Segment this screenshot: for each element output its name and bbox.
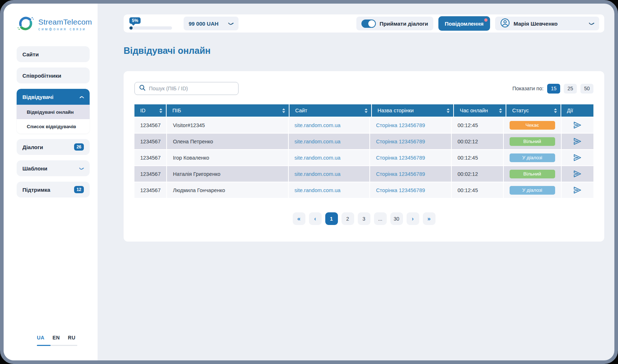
cell-page: Сторінка 123456789 — [370, 117, 451, 133]
cell-site: site.random.com.ua — [289, 117, 370, 133]
sort-icon — [447, 108, 450, 113]
sidebar-item-label: Сайти — [22, 51, 39, 57]
sidebar-item-label: Підтримка — [22, 187, 50, 193]
column-header-name[interactable]: ПІБ — [167, 104, 289, 117]
page-link[interactable]: Сторінка 123456789 — [376, 139, 425, 144]
page-size-label: Показати по: — [512, 86, 544, 91]
pagination-arrow[interactable]: « — [293, 212, 305, 225]
cell-site: site.random.com.ua — [289, 134, 370, 149]
sidebar-item-label: Співробітники — [22, 73, 61, 79]
cell-site: site.random.com.ua — [289, 166, 370, 182]
avatar-icon — [500, 18, 510, 29]
pagination-arrow[interactable]: ‹ — [309, 212, 322, 225]
send-message-icon[interactable] — [573, 121, 582, 130]
sidebar-item-templates[interactable]: Шаблони ᨆ — [17, 160, 90, 176]
notifications-button[interactable]: Повідомлення — [438, 16, 490, 31]
send-message-icon[interactable] — [573, 153, 582, 162]
balance-progress: 5% — [129, 17, 173, 30]
pagination-page[interactable]: 2 — [342, 212, 354, 225]
accept-dialogs-label: Приймати діалоги — [379, 21, 428, 27]
search-input[interactable] — [149, 86, 234, 91]
pagination-page[interactable]: 30 — [390, 212, 403, 225]
cell-id: 1234567 — [134, 134, 166, 149]
language-en[interactable]: EN — [52, 335, 60, 341]
column-header-actions: Дії — [561, 104, 593, 117]
user-menu[interactable]: Марія Шевченко ᨆ — [495, 17, 599, 30]
language-ru[interactable]: RU — [68, 335, 76, 341]
sidebar-item-label: Шаблони — [22, 165, 47, 172]
cell-status: У діалозі — [504, 150, 561, 165]
send-message-icon[interactable] — [573, 186, 582, 195]
cell-actions — [562, 150, 593, 165]
sidebar: StreamTelecom симфония связи Сайти Співр… — [4, 4, 98, 360]
status-badge: У діалозі — [510, 153, 555, 162]
pagination-arrow[interactable]: » — [423, 212, 435, 225]
page-size-15[interactable]: 15 — [547, 84, 560, 94]
topbar: 5% 99 000 UAH ᨆ Приймати діалоги Повідом… — [124, 14, 604, 32]
site-link[interactable]: site.random.com.ua — [295, 155, 340, 161]
status-badge: У діалозі — [510, 186, 555, 195]
cell-status: Чекає — [504, 117, 561, 133]
page-size-control: Показати по: 15 25 50 — [512, 84, 593, 94]
pagination-arrow[interactable]: › — [407, 212, 419, 225]
pagination-page[interactable]: ... — [374, 212, 387, 225]
sidebar-item-visitors-online[interactable]: Відвідувачі онлайн — [17, 105, 90, 119]
sidebar-item-dialogs[interactable]: Діалоги 26 — [17, 139, 90, 155]
sort-icon — [499, 108, 502, 113]
cell-id: 1234567 — [134, 117, 166, 133]
logo-subtitle: симфония связи — [38, 27, 92, 31]
send-message-icon[interactable] — [573, 137, 582, 146]
user-name: Марія Шевченко — [514, 21, 586, 27]
accept-dialogs-chip: Приймати діалоги — [356, 17, 433, 30]
column-header-status[interactable]: Статус — [506, 104, 560, 117]
table-row: 1234567 Наталія Григоренко site.random.c… — [134, 166, 593, 182]
chevron-down-icon: ᨆ — [589, 21, 595, 26]
accept-dialogs-toggle[interactable] — [361, 20, 376, 28]
table-row: 1234567 Ігор Коваленко site.random.com.u… — [134, 150, 593, 165]
cell-id: 1234567 — [134, 166, 166, 182]
page-size-50[interactable]: 50 — [580, 84, 593, 94]
page-title: Відвідувачі онлайн — [124, 46, 604, 56]
cell-id: 1234567 — [134, 182, 166, 198]
sidebar-item-sites[interactable]: Сайти — [17, 46, 90, 62]
site-link[interactable]: site.random.com.ua — [295, 139, 340, 144]
column-header-id[interactable]: ID — [134, 104, 166, 117]
main-area: 5% 99 000 UAH ᨆ Приймати діалоги Повідом… — [98, 4, 614, 360]
table-body: 1234567 Visitor#12345 site.random.com.ua… — [134, 117, 593, 198]
page-link[interactable]: Сторінка 123456789 — [376, 171, 425, 177]
column-header-time[interactable]: Час онлайн — [454, 104, 506, 117]
sidebar-item-employees[interactable]: Співробітники — [17, 68, 90, 83]
column-header-site[interactable]: Сайт — [289, 104, 371, 117]
status-badge: Чекає — [510, 121, 555, 130]
pagination-page[interactable]: 3 — [358, 212, 370, 225]
send-message-icon[interactable] — [573, 169, 582, 178]
page-link[interactable]: Сторінка 123456789 — [376, 187, 425, 193]
cell-status: Вільний — [504, 166, 561, 182]
cell-site: site.random.com.ua — [289, 150, 370, 165]
balance-dropdown[interactable]: 99 000 UAH ᨆ — [184, 17, 239, 30]
page-size-25[interactable]: 25 — [564, 84, 577, 94]
pagination-page[interactable]: 1 — [325, 212, 338, 225]
site-link[interactable]: site.random.com.ua — [295, 122, 340, 128]
language-ua[interactable]: UA — [37, 335, 44, 341]
balance-value: 99 000 UAH — [189, 21, 219, 27]
logo: StreamTelecom симфония связи — [17, 14, 90, 34]
cell-time: 00:12:45 — [452, 150, 503, 165]
sidebar-item-visitors[interactable]: Відвідувачі ᨈ — [17, 89, 90, 105]
cell-page: Сторінка 123456789 — [370, 134, 451, 149]
site-link[interactable]: site.random.com.ua — [295, 171, 340, 177]
page-link[interactable]: Сторінка 123456789 — [376, 122, 425, 128]
cell-status: Вільний — [504, 134, 561, 149]
sidebar-group-visitors: Відвідувачі ᨈ Відвідувачі онлайн Список … — [17, 89, 90, 134]
sidebar-menu: Сайти Співробітники Відвідувачі ᨈ Відвід… — [17, 46, 90, 198]
column-header-page[interactable]: Назва сторінки — [372, 104, 454, 117]
cell-actions — [562, 117, 593, 133]
status-badge: Вільний — [510, 137, 555, 146]
progress-track — [129, 26, 172, 30]
page-link[interactable]: Сторінка 123456789 — [376, 155, 425, 161]
sort-icon — [282, 108, 285, 113]
cell-name: Ігор Коваленко — [167, 150, 288, 165]
sidebar-item-support[interactable]: Підтримка 12 — [17, 182, 90, 198]
sidebar-item-visitors-list[interactable]: Список відвідувачів — [17, 119, 90, 134]
site-link[interactable]: site.random.com.ua — [295, 187, 340, 193]
